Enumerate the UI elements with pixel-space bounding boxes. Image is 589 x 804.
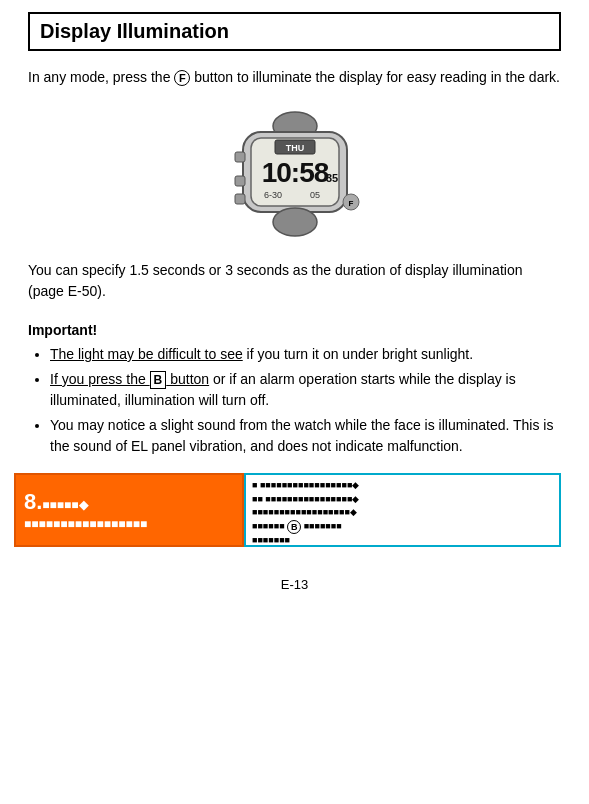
page-title: Display Illumination <box>40 20 549 43</box>
svg-text:35: 35 <box>325 172 337 184</box>
main-content: Display Illumination In any mode, press … <box>0 0 589 457</box>
highlight-box-right: ■ ■■■■■■■■■■■■■■■■■◆ ■■ ■■■■■■■■■■■■■■■■… <box>244 473 561 547</box>
title-bar: Display Illumination <box>28 12 561 51</box>
intro-paragraph: In any mode, press the F button to illum… <box>28 67 561 88</box>
f-button-inline: F <box>174 70 190 86</box>
bottom-boxes: 8.■■■■■◆■■■■■■■■■■■■■■■■■ ■ ■■■■■■■■■■■■… <box>0 473 589 547</box>
b-button-right: B <box>287 520 301 534</box>
orange-big-char: 8. <box>24 489 42 514</box>
page-container: Display Illumination In any mode, press … <box>0 0 589 804</box>
important-section: Important! The light may be difficult to… <box>28 322 561 457</box>
svg-text:05: 05 <box>309 190 319 200</box>
svg-rect-12 <box>235 152 245 162</box>
bullet-item-3: You may notice a slight sound from the w… <box>50 415 561 457</box>
svg-text:10:58: 10:58 <box>261 157 328 188</box>
bullet-item-2: If you press the B button or if an alarm… <box>50 369 561 411</box>
bullet2-underline: If you press the B button <box>50 371 209 387</box>
svg-text:THU: THU <box>285 143 304 153</box>
orange-box-text: 8.■■■■■◆■■■■■■■■■■■■■■■■■ <box>24 488 147 532</box>
highlight-box-left: 8.■■■■■◆■■■■■■■■■■■■■■■■■ <box>14 473 244 547</box>
bullet-list: The light may be difficult to see if you… <box>28 344 561 457</box>
duration-paragraph: You can specify 1.5 seconds or 3 seconds… <box>28 260 561 302</box>
b-button-box: B <box>150 371 167 389</box>
svg-rect-14 <box>235 194 245 204</box>
svg-text:6-30: 6-30 <box>263 190 281 200</box>
bullet-item-1: The light may be difficult to see if you… <box>50 344 561 365</box>
bullet1-underline: The light may be difficult to see <box>50 346 243 362</box>
right-box-text: ■ ■■■■■■■■■■■■■■■■■◆ ■■ ■■■■■■■■■■■■■■■■… <box>252 479 553 547</box>
page-number: E-13 <box>0 577 589 602</box>
watch-image-container: THU 10:58 35 6-30 05 F <box>28 104 561 244</box>
svg-rect-13 <box>235 176 245 186</box>
orange-small-text: ■■■■■◆■■■■■■■■■■■■■■■■■ <box>24 498 147 531</box>
svg-point-11 <box>273 208 317 236</box>
watch-diagram: THU 10:58 35 6-30 05 F <box>215 104 375 244</box>
important-label: Important! <box>28 322 561 338</box>
svg-text:F: F <box>348 199 353 208</box>
